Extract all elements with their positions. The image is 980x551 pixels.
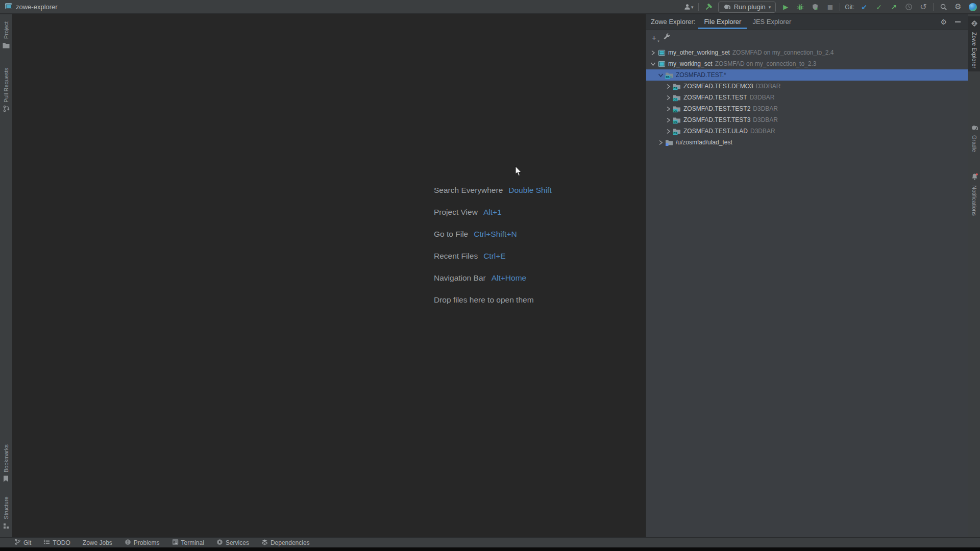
status-bar: Git TODO Zowe Jobs Problems Terminal xyxy=(0,537,980,547)
statusbar-label: TODO xyxy=(53,539,70,546)
chevron-right-icon[interactable] xyxy=(657,138,665,146)
tree-row-working-set[interactable]: my_working_set ZOSMFAD on my_connection_… xyxy=(646,58,968,69)
svg-text:DS: DS xyxy=(673,109,677,112)
git-update-icon[interactable]: ↙ xyxy=(859,2,869,12)
panel-settings-gear-icon[interactable]: ⚙ xyxy=(940,18,947,26)
git-push-icon[interactable]: ↗ xyxy=(889,2,899,12)
chevron-right-icon[interactable] xyxy=(665,116,672,124)
tree-row-uss-path[interactable]: /u/zosmfad/ulad_test xyxy=(646,137,968,148)
sidebar-item-gradle[interactable]: Gradle xyxy=(968,120,980,155)
zowe-icon: Z xyxy=(970,19,978,30)
tree-row-dataset[interactable]: DS ZOSMFAD.TEST.ULAD D3DBAR xyxy=(646,126,968,137)
statusbar-item-dependencies[interactable]: Dependencies xyxy=(261,539,310,547)
statusbar-item-zowe-jobs[interactable]: Zowe Jobs xyxy=(83,539,112,546)
sidebar-item-structure[interactable]: Structure xyxy=(0,493,12,534)
shortcut-keys: Ctrl+E xyxy=(483,252,506,261)
drop-hint-row: Drop files here to open them xyxy=(434,295,552,317)
sidebar-item-zowe-explorer[interactable]: Z Zowe Explorer xyxy=(968,16,980,71)
coverage-shield-icon[interactable] xyxy=(810,2,820,12)
stop-button[interactable]: ■ xyxy=(825,2,835,12)
tree-row-dataset[interactable]: DS ZOSMFAD.TEST.DEMO3 D3DBAR xyxy=(646,81,968,92)
tree-row-dataset[interactable]: DS ZOSMFAD.TEST.TEST3 D3DBAR xyxy=(646,114,968,126)
stripe-label: Notifications xyxy=(971,185,977,216)
uss-folder-icon xyxy=(665,138,673,146)
problems-icon xyxy=(125,539,131,547)
chevron-right-icon[interactable] xyxy=(665,82,672,90)
shortcut-row: Go to File Ctrl+Shift+N xyxy=(434,230,552,252)
tree-item-label: ZOSMFAD.TEST.DEMO3 xyxy=(683,83,753,90)
wrench-icon[interactable] xyxy=(663,33,671,42)
gradle-elephant-icon xyxy=(971,123,978,133)
shortcut-label: Navigation Bar xyxy=(434,273,486,283)
statusbar-item-git[interactable]: Git xyxy=(14,538,31,547)
tree-row-dataset[interactable]: DS ZOSMFAD.TEST.TEST D3DBAR xyxy=(646,92,968,103)
shortcut-row: Navigation Bar Alt+Home xyxy=(434,273,552,295)
tab-file-explorer[interactable]: File Explorer xyxy=(698,14,747,29)
tree-item-label: ZOSMFAD.TEST.TEST xyxy=(683,94,747,101)
tree-row-dataset[interactable]: DS ZOSMFAD.TEST.TEST2 D3DBAR xyxy=(646,103,968,114)
tree-row-dataset-mask[interactable]: DS ZOSMFAD.TEST.* xyxy=(646,69,968,81)
tab-jes-explorer[interactable]: JES Explorer xyxy=(747,14,797,29)
chevron-down-icon[interactable] xyxy=(649,60,657,68)
sidebar-item-pull-requests[interactable]: Pull Requests xyxy=(0,65,12,117)
toolbar-separator xyxy=(698,3,699,11)
shortcut-label: Project View xyxy=(434,208,478,217)
chevron-right-icon[interactable] xyxy=(665,93,672,102)
statusbar-label: Terminal xyxy=(181,539,204,546)
left-tool-stripe: Project Pull Requests Bookmarks Struc xyxy=(0,14,12,537)
chevron-down-icon[interactable] xyxy=(657,71,665,79)
history-clock-icon[interactable] xyxy=(903,2,914,12)
panel-toolbar: +▾ xyxy=(646,30,968,45)
ide-window: zowe-explorer ▾ Run plugin ▾ ▶ xyxy=(0,0,980,551)
shortcut-row: Project View Alt+1 xyxy=(434,208,552,230)
svg-text:DS: DS xyxy=(673,120,677,123)
chevron-down-icon: ▾ xyxy=(769,5,771,10)
git-branch-icon xyxy=(14,538,21,547)
working-set-icon xyxy=(657,60,666,68)
rollback-undo-icon[interactable]: ↺ xyxy=(918,2,928,12)
run-button[interactable]: ▶ xyxy=(780,2,791,12)
collaboration-user-icon[interactable]: ▾ xyxy=(683,2,694,12)
run-configuration-label: Run plugin xyxy=(734,3,766,11)
working-set-icon xyxy=(657,48,666,57)
statusbar-label: Git xyxy=(23,539,31,546)
svg-text:DS: DS xyxy=(673,132,677,135)
sidebar-item-bookmarks[interactable]: Bookmarks xyxy=(0,441,12,487)
right-tool-stripe: Z Zowe Explorer Gradle Notifications xyxy=(968,14,980,537)
screen-bottom-strip xyxy=(0,547,980,551)
bell-icon xyxy=(971,173,978,183)
panel-hide-icon[interactable] xyxy=(955,21,961,22)
statusbar-item-problems[interactable]: Problems xyxy=(125,539,160,547)
tree-row-working-set[interactable]: my_other_working_set ZOSMFAD on my_conne… xyxy=(646,47,968,58)
debug-bug-icon[interactable] xyxy=(795,2,805,12)
chevron-right-icon[interactable] xyxy=(665,105,672,113)
dataset-mask-icon: DS xyxy=(665,71,673,79)
settings-gear-icon[interactable]: ⚙ xyxy=(953,2,963,12)
statusbar-item-terminal[interactable]: Terminal xyxy=(172,539,204,547)
bookmark-icon xyxy=(3,475,9,484)
sidebar-item-notifications[interactable]: Notifications xyxy=(968,170,980,219)
sidebar-item-project[interactable]: Project xyxy=(0,18,12,54)
chevron-right-icon[interactable] xyxy=(649,48,657,57)
terminal-icon xyxy=(172,539,179,547)
svg-text:DS: DS xyxy=(666,76,670,79)
build-hammer-icon[interactable] xyxy=(703,2,714,12)
dataset-folder-icon: DS xyxy=(673,116,681,124)
run-configuration-select[interactable]: Run plugin ▾ xyxy=(718,2,776,13)
dataset-folder-icon: DS xyxy=(673,105,681,113)
dataset-folder-icon: DS xyxy=(673,82,681,90)
add-connection-plus-icon[interactable]: +▾ xyxy=(652,34,656,41)
search-everywhere-icon[interactable] xyxy=(938,2,948,12)
panel-header: Zowe Explorer: File Explorer JES Explore… xyxy=(646,14,968,30)
svg-text:Z: Z xyxy=(973,21,976,26)
tree-item-label: ZOSMFAD.TEST.* xyxy=(676,71,726,79)
tree-item-label: my_working_set xyxy=(668,60,713,67)
structure-icon xyxy=(3,522,9,531)
statusbar-item-services[interactable]: Services xyxy=(216,539,249,547)
tree-item-label: ZOSMFAD.TEST.TEST3 xyxy=(683,116,750,123)
chevron-right-icon[interactable] xyxy=(665,127,672,135)
profile-sphere-icon[interactable] xyxy=(968,2,978,12)
dataset-folder-icon: DS xyxy=(673,93,681,102)
statusbar-item-todo[interactable]: TODO xyxy=(43,539,70,546)
git-commit-check-icon[interactable]: ✓ xyxy=(874,2,884,12)
